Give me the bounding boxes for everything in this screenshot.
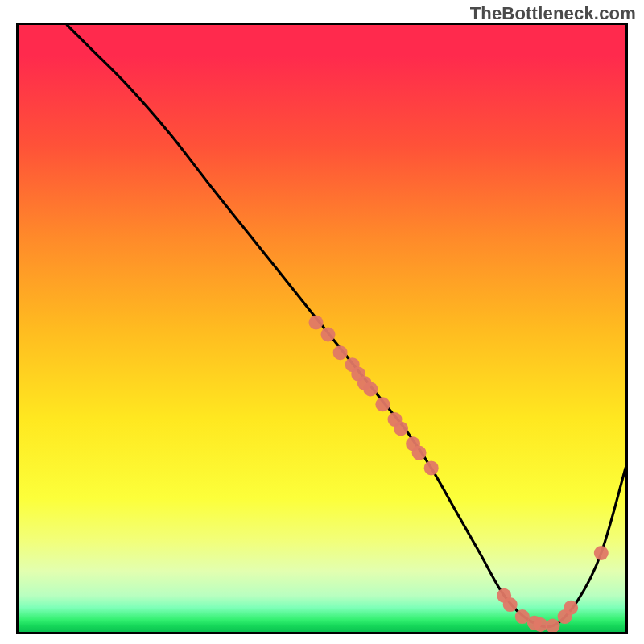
data-point [503, 597, 518, 612]
data-point [564, 601, 578, 615]
data-point [333, 345, 348, 360]
plot-area [16, 23, 628, 634]
data-point [309, 316, 324, 330]
data-point [424, 460, 439, 475]
chart-overlay [19, 25, 625, 632]
data-markers [309, 316, 609, 633]
data-point [546, 619, 560, 633]
data-point [412, 446, 427, 460]
chart-container: TheBottleneck.com [0, 0, 644, 644]
curve-line [67, 25, 625, 627]
data-point [394, 421, 408, 436]
data-point [375, 397, 390, 411]
data-point [321, 328, 336, 342]
data-point [594, 546, 609, 560]
watermark-label: TheBottleneck.com [470, 3, 636, 24]
data-point [363, 382, 378, 396]
